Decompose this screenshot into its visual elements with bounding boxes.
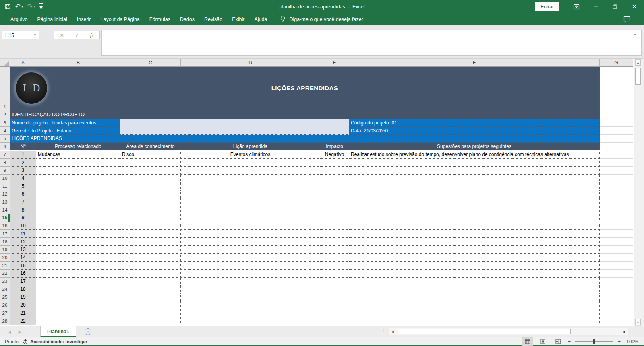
cell-B28[interactable] — [36, 317, 120, 325]
cell-A7[interactable]: 1 — [10, 151, 36, 159]
row-header-16[interactable]: 16 — [0, 222, 10, 230]
cell-D16[interactable] — [181, 222, 320, 230]
row-header-11[interactable]: 11 — [0, 182, 10, 190]
cell-A9[interactable]: 3 — [10, 167, 36, 175]
ribbon-tab-fórmulas[interactable]: Fórmulas — [145, 16, 175, 22]
row-header-25[interactable]: 25 — [0, 293, 10, 301]
cell-E13[interactable] — [320, 198, 349, 206]
cell-G5[interactable] — [600, 135, 633, 143]
cell-E23[interactable] — [320, 278, 349, 286]
cell-project-manager[interactable]: Gerente do Projeto: Fulano — [10, 127, 120, 135]
row-header-23[interactable]: 23 — [0, 278, 10, 286]
insert-function-icon[interactable]: fx — [90, 32, 94, 39]
cell-D11[interactable] — [181, 182, 320, 190]
cell-E8[interactable] — [320, 159, 349, 167]
cell-A27[interactable]: 21 — [10, 309, 36, 317]
sheet-tab-planilha1[interactable]: Planilha1 — [40, 326, 76, 337]
cell-project-date[interactable]: Data: 21/03/2050 — [349, 127, 600, 135]
cell-E9[interactable] — [320, 167, 349, 175]
cell-A26[interactable]: 20 — [10, 301, 36, 309]
cell-B10[interactable] — [36, 175, 120, 183]
ribbon-tab-ajuda[interactable]: Ajuda — [249, 16, 272, 22]
select-all-corner[interactable] — [0, 59, 10, 67]
cell-B13[interactable] — [36, 198, 120, 206]
cell-C26[interactable] — [120, 301, 181, 309]
cell-A16[interactable]: 10 — [10, 222, 36, 230]
cell-E21[interactable] — [320, 262, 349, 270]
cell-B24[interactable] — [36, 285, 120, 293]
cell-A17[interactable]: 11 — [10, 230, 36, 238]
cell-G7[interactable] — [600, 151, 633, 159]
cell-D9[interactable] — [181, 167, 320, 175]
ribbon-tab-layout-da-página[interactable]: Layout da Página — [95, 16, 144, 22]
column-header-B[interactable]: B — [36, 59, 120, 67]
column-header-F[interactable]: F — [349, 59, 600, 67]
cell-G14[interactable] — [600, 206, 633, 214]
cell-D21[interactable] — [181, 262, 320, 270]
cell-B23[interactable] — [36, 278, 120, 286]
cell-A28[interactable]: 22 — [10, 317, 36, 325]
spreadsheet-grid[interactable]: I D LIÇÕES APRENDIDAS ABCDEFG12345678910… — [0, 59, 634, 326]
cell-E26[interactable] — [320, 301, 349, 309]
cell-C28[interactable] — [120, 317, 181, 325]
cell-B7[interactable]: Mudanças — [36, 151, 120, 159]
row-header-13[interactable]: 13 — [0, 198, 10, 206]
name-box[interactable]: H15 ▼ — [2, 31, 39, 39]
ribbon-tab-arquivo[interactable]: Arquivo — [6, 16, 32, 22]
cell-F12[interactable] — [349, 190, 600, 198]
cell-B18[interactable] — [36, 238, 120, 246]
cell-D25[interactable] — [181, 293, 320, 301]
vertical-scroll-thumb[interactable] — [635, 68, 641, 85]
feedback-comment-icon[interactable] — [623, 16, 630, 24]
cell-G11[interactable] — [600, 182, 633, 190]
cell-C23[interactable] — [120, 278, 181, 286]
cell-A18[interactable]: 12 — [10, 238, 36, 246]
cell-E18[interactable] — [320, 238, 349, 246]
cell-C16[interactable] — [120, 222, 181, 230]
cell-A8[interactable]: 2 — [10, 159, 36, 167]
cell-E17[interactable] — [320, 230, 349, 238]
cell-D8[interactable] — [181, 159, 320, 167]
cell-G13[interactable] — [600, 198, 633, 206]
ribbon-tab-dados[interactable]: Dados — [175, 16, 199, 22]
horizontal-scroll-thumb[interactable] — [398, 329, 571, 334]
row-header-12[interactable]: 12 — [0, 190, 10, 198]
cell-B25[interactable] — [36, 293, 120, 301]
cancel-icon[interactable]: ✕ — [60, 33, 64, 38]
cell-E19[interactable] — [320, 246, 349, 254]
cell-F7[interactable]: Realizar estudo sobre previsão do tempo,… — [349, 151, 600, 159]
row-header-4[interactable]: 4 — [0, 127, 10, 135]
cell-C24[interactable] — [120, 285, 181, 293]
cell-D18[interactable] — [181, 238, 320, 246]
cell-C27[interactable] — [120, 309, 181, 317]
cell-A14[interactable]: 8 — [10, 206, 36, 214]
cell-E14[interactable] — [320, 206, 349, 214]
row-header-5[interactable]: 5 — [0, 135, 10, 143]
cell-F19[interactable] — [349, 246, 600, 254]
cell-C8[interactable] — [120, 159, 181, 167]
cell-C25[interactable] — [120, 293, 181, 301]
cell-D27[interactable] — [181, 309, 320, 317]
cell-F28[interactable] — [349, 317, 600, 325]
cell-F11[interactable] — [349, 182, 600, 190]
scroll-right-icon[interactable]: ▶ — [622, 328, 628, 335]
row-header-10[interactable]: 10 — [0, 175, 10, 183]
cell-B17[interactable] — [36, 230, 120, 238]
column-header-A[interactable]: A — [10, 59, 36, 67]
cell-G16[interactable] — [600, 222, 633, 230]
cell-G24[interactable] — [600, 285, 633, 293]
cell-F13[interactable] — [349, 198, 600, 206]
cell-table-header-D6[interactable]: Lição aprendida — [181, 143, 320, 151]
cell-B26[interactable] — [36, 301, 120, 309]
page-layout-view-icon[interactable] — [537, 337, 549, 346]
cell-B9[interactable] — [36, 167, 120, 175]
cell-E20[interactable] — [320, 254, 349, 262]
minimize-button[interactable]: ─ — [586, 0, 605, 13]
cell-A13[interactable]: 7 — [10, 198, 36, 206]
zoom-in-icon[interactable]: + — [617, 338, 621, 344]
accessibility-status[interactable]: Acessibilidade: investigar — [23, 338, 87, 345]
cell-D28[interactable] — [181, 317, 320, 325]
row-header-7[interactable]: 7 — [0, 151, 10, 159]
cell-section-identificacao[interactable]: IDENTIFICAÇÃO DO PROJETO — [10, 111, 600, 119]
cell-D26[interactable] — [181, 301, 320, 309]
